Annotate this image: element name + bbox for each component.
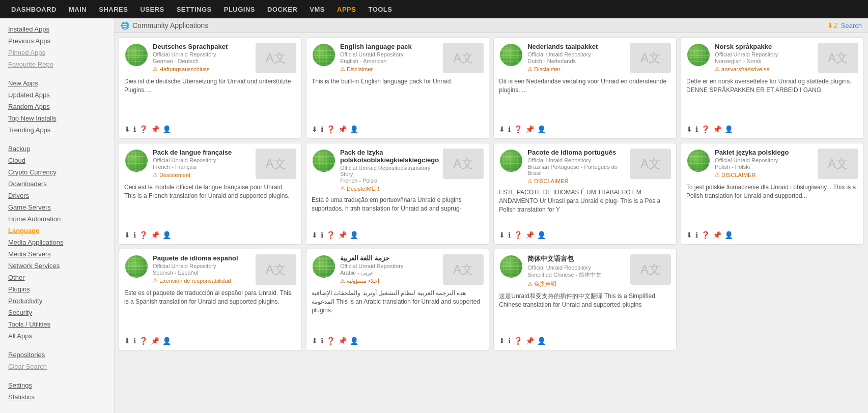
sidebar-item-statistics[interactable]: Statistics xyxy=(0,391,114,403)
info-btn-1[interactable]: ℹ xyxy=(321,125,323,133)
user-btn-2[interactable]: 👤 xyxy=(537,125,546,133)
help-btn-9[interactable]: ❓ xyxy=(326,337,335,345)
sidebar-item-pinned-apps[interactable]: Pinned Apps xyxy=(0,47,114,58)
sidebar-item-backup[interactable]: Backup xyxy=(0,143,114,155)
download-btn-7[interactable]: ⬇ xyxy=(686,231,692,239)
sidebar-item-random-apps[interactable]: Random Apps xyxy=(0,101,114,112)
sidebar-item-productivity[interactable]: Productivity xyxy=(0,295,114,307)
sort-icon[interactable]: ⬇Z xyxy=(827,21,838,29)
nav-item-vms[interactable]: VMS xyxy=(303,0,331,18)
sidebar-item-security[interactable]: Security xyxy=(0,307,114,318)
sidebar-item-downloaders[interactable]: Downloaders xyxy=(0,178,114,190)
download-btn-8[interactable]: ⬇ xyxy=(124,337,130,345)
nav-item-users[interactable]: USERS xyxy=(134,0,170,18)
nav-item-docker[interactable]: DOCKER xyxy=(261,0,303,18)
sidebar-item-new-apps[interactable]: New Apps xyxy=(0,77,114,89)
download-btn-5[interactable]: ⬇ xyxy=(312,231,318,239)
nav-item-shares[interactable]: SHARES xyxy=(93,0,134,18)
sidebar-item-settings[interactable]: Settings xyxy=(0,379,114,391)
sidebar-item-crypto-currency[interactable]: Crypto Currency xyxy=(0,166,114,178)
search-link[interactable]: Search xyxy=(841,22,862,29)
sidebar-item-media-applications[interactable]: Media Applications xyxy=(0,237,114,248)
sidebar-item-trending-apps[interactable]: Trending Apps xyxy=(0,124,114,136)
pin-btn-2[interactable]: 📌 xyxy=(525,125,534,133)
help-btn-0[interactable]: ❓ xyxy=(139,125,148,133)
info-btn-8[interactable]: ℹ xyxy=(133,337,136,345)
download-btn-2[interactable]: ⬇ xyxy=(499,125,505,133)
pin-btn-3[interactable]: 📌 xyxy=(713,125,721,133)
sidebar-item-other[interactable]: Other xyxy=(0,272,114,283)
user-btn-9[interactable]: 👤 xyxy=(350,337,358,345)
info-btn-0[interactable]: ℹ xyxy=(133,125,136,133)
sidebar-item-previous-apps[interactable]: Previous Apps xyxy=(0,35,114,47)
help-btn-8[interactable]: ❓ xyxy=(139,337,148,345)
sidebar-item-clear-search[interactable]: Clear Search xyxy=(0,361,114,372)
download-btn-3[interactable]: ⬇ xyxy=(686,125,692,133)
pin-btn-7[interactable]: 📌 xyxy=(713,231,721,239)
nav-item-plugins[interactable]: PLUGINS xyxy=(218,0,261,18)
download-btn-0[interactable]: ⬇ xyxy=(124,125,130,133)
nav-item-tools[interactable]: TOOLS xyxy=(362,0,398,18)
sidebar-item-game-servers[interactable]: Game Servers xyxy=(0,201,114,213)
pin-btn-9[interactable]: 📌 xyxy=(338,337,347,345)
help-btn-10[interactable]: ❓ xyxy=(514,337,522,345)
user-btn-10[interactable]: 👤 xyxy=(537,337,546,345)
info-btn-5[interactable]: ℹ xyxy=(321,231,323,239)
pin-btn-4[interactable]: 📌 xyxy=(151,231,159,239)
info-btn-4[interactable]: ℹ xyxy=(133,231,136,239)
sidebar-item-home-automation[interactable]: Home Automation xyxy=(0,213,114,225)
sidebar-item-favourite-repo[interactable]: Favourite Repo xyxy=(0,58,114,70)
sidebar-item-tools-/-utilities[interactable]: Tools / Utilities xyxy=(0,318,114,330)
info-btn-2[interactable]: ℹ xyxy=(508,125,511,133)
user-btn-6[interactable]: 👤 xyxy=(537,231,546,239)
user-btn-4[interactable]: 👤 xyxy=(162,231,171,239)
download-btn-1[interactable]: ⬇ xyxy=(312,125,318,133)
info-btn-3[interactable]: ℹ xyxy=(695,125,698,133)
sidebar-item-plugins[interactable]: Plugins xyxy=(0,283,114,295)
sidebar-item-cloud[interactable]: Cloud xyxy=(0,155,114,166)
download-btn-10[interactable]: ⬇ xyxy=(499,337,505,345)
user-btn-7[interactable]: 👤 xyxy=(724,231,733,239)
user-btn-3[interactable]: 👤 xyxy=(724,125,733,133)
sidebar-item-language[interactable]: Language xyxy=(0,225,114,237)
user-btn-5[interactable]: 👤 xyxy=(350,231,358,239)
pin-btn-10[interactable]: 📌 xyxy=(525,337,534,345)
info-btn-9[interactable]: ℹ xyxy=(321,337,323,345)
help-btn-6[interactable]: ❓ xyxy=(514,231,522,239)
card-actions-0: ⬇ℹ❓📌👤 xyxy=(124,125,296,133)
help-btn-3[interactable]: ❓ xyxy=(701,125,710,133)
sidebar-item-all-apps[interactable]: All Apps xyxy=(0,330,114,342)
help-btn-4[interactable]: ❓ xyxy=(139,231,148,239)
pin-btn-1[interactable]: 📌 xyxy=(338,125,347,133)
sidebar-item-media-servers[interactable]: Media Servers xyxy=(0,248,114,260)
nav-item-apps[interactable]: APPS xyxy=(331,0,362,18)
user-btn-8[interactable]: 👤 xyxy=(162,337,171,345)
nav-item-settings[interactable]: SETTINGS xyxy=(171,0,218,18)
pin-btn-6[interactable]: 📌 xyxy=(525,231,534,239)
card-header-2: Nederlands taalpakketOfficial Unraid Rep… xyxy=(499,43,671,73)
sidebar-item-installed-apps[interactable]: Installed Apps xyxy=(0,23,114,35)
nav-item-main[interactable]: MAIN xyxy=(63,0,93,18)
pin-btn-8[interactable]: 📌 xyxy=(151,337,159,345)
download-btn-4[interactable]: ⬇ xyxy=(124,231,130,239)
pin-btn-5[interactable]: 📌 xyxy=(338,231,347,239)
user-btn-0[interactable]: 👤 xyxy=(162,125,171,133)
info-btn-10[interactable]: ℹ xyxy=(508,337,511,345)
sidebar-item-drivers[interactable]: Drivers xyxy=(0,190,114,201)
nav-item-dashboard[interactable]: DASHBOARD xyxy=(5,0,63,18)
sidebar-item-updated-apps[interactable]: Updated Apps xyxy=(0,89,114,101)
sidebar-item-top-new-installs[interactable]: Top New Installs xyxy=(0,112,114,124)
sidebar-item-network-services[interactable]: Network Services xyxy=(0,260,114,272)
info-btn-6[interactable]: ℹ xyxy=(508,231,511,239)
help-btn-1[interactable]: ❓ xyxy=(326,125,335,133)
info-btn-7[interactable]: ℹ xyxy=(695,231,698,239)
help-btn-7[interactable]: ❓ xyxy=(701,231,710,239)
help-btn-5[interactable]: ❓ xyxy=(326,231,335,239)
sidebar-item-repositories[interactable]: Repositories xyxy=(0,349,114,361)
download-btn-6[interactable]: ⬇ xyxy=(499,231,505,239)
help-btn-2[interactable]: ❓ xyxy=(514,125,522,133)
user-btn-1[interactable]: 👤 xyxy=(350,125,358,133)
pin-btn-0[interactable]: 📌 xyxy=(151,125,159,133)
search-area[interactable]: ⬇Z Search xyxy=(827,21,862,29)
download-btn-9[interactable]: ⬇ xyxy=(312,337,318,345)
